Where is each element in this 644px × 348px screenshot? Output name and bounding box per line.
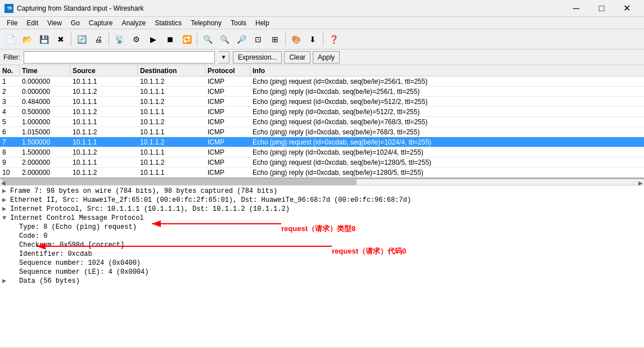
table-row[interactable]: 40.50000010.1.1.210.1.1.1ICMPEcho (ping)…	[0, 107, 644, 117]
apply-button[interactable]: Apply	[313, 51, 340, 64]
packet-cell-3: 10.1.1.2	[138, 159, 205, 166]
packet-cell-3: 10.1.1.2	[138, 118, 205, 126]
h-scrollbar[interactable]: ▶ ◀	[0, 179, 644, 186]
packet-cell-0: 9	[0, 159, 20, 166]
packet-cell-2: 10.1.1.2	[70, 88, 138, 96]
expand-icon[interactable]: ▶	[2, 196, 10, 205]
toolbar-print[interactable]: 🖨	[91, 31, 106, 47]
table-row[interactable]: 92.00000010.1.1.110.1.1.2ICMPEcho (ping)…	[0, 157, 644, 168]
filter-input[interactable]	[24, 51, 215, 64]
expand-icon[interactable]: ▶	[2, 187, 10, 196]
toolbar-zoom-out[interactable]: 🔎	[233, 31, 249, 47]
table-row[interactable]: 51.00000010.1.1.110.1.1.2ICMPEcho (ping)…	[0, 117, 644, 127]
minimize-button[interactable]: ─	[564, 0, 589, 17]
menu-edit[interactable]: Edit	[22, 17, 43, 29]
main-content: No. Time Source Destination Protocol Inf…	[0, 65, 644, 348]
table-row[interactable]: 102.00000010.1.1.210.1.1.1ICMPEcho (ping…	[0, 168, 644, 178]
toolbar-stop-capture[interactable]: ⏹	[162, 31, 178, 47]
col-info[interactable]: Info	[250, 65, 644, 76]
toolbar-start-capture[interactable]: ▶	[145, 31, 161, 47]
packet-cell-0: 2	[0, 88, 20, 96]
expand-icon[interactable]: ▶	[2, 277, 10, 286]
packet-rows: 10.00000010.1.1.110.1.1.2ICMPEcho (ping)…	[0, 76, 644, 178]
toolbar-zoom-normal[interactable]: ⊡	[250, 31, 266, 47]
packet-cell-3: 10.1.1.1	[138, 108, 205, 116]
menu-help[interactable]: Help	[251, 17, 274, 29]
packet-cell-1: 2.000000	[20, 159, 70, 166]
toolbar-reload[interactable]: 🔄	[74, 31, 89, 47]
packet-cell-5: Echo (ping) reply (id=0xcdab, seq(be/le)…	[250, 88, 644, 96]
toolbar-new[interactable]: 📄	[2, 31, 18, 47]
list-item[interactable]: Checksum: 0x598d [correct]	[0, 241, 644, 250]
expression-button[interactable]: Expression...	[233, 51, 282, 64]
list-item[interactable]: ▶Ethernet II, Src: HuaweiTe_2f:65:01 (00…	[0, 196, 644, 205]
menu-view[interactable]: View	[43, 17, 66, 29]
list-item[interactable]: Sequence number (LE): 4 (0x0004)	[0, 268, 644, 277]
packet-cell-4: ICMP	[205, 169, 250, 177]
list-item[interactable]: ▶Internet Protocol, Src: 10.1.1.1 (10.1.…	[0, 205, 644, 214]
toolbar-restart-capture[interactable]: 🔁	[179, 31, 195, 47]
col-no[interactable]: No.	[0, 65, 20, 76]
filter-label: Filter:	[3, 53, 20, 61]
detail-row-text: Identifier: 0xcdab	[19, 250, 642, 259]
toolbar-save[interactable]: 💾	[36, 31, 52, 47]
toolbar-resize-columns[interactable]: ⊞	[267, 31, 283, 47]
toolbar-sep3	[197, 33, 197, 46]
col-protocol[interactable]: Protocol	[205, 65, 250, 76]
list-item[interactable]: Code: 0	[0, 232, 644, 241]
packet-cell-4: ICMP	[205, 128, 250, 136]
table-row[interactable]: 10.00000010.1.1.110.1.1.2ICMPEcho (ping)…	[0, 76, 644, 87]
packet-cell-4: ICMP	[205, 148, 250, 156]
packet-cell-1: 0.000000	[20, 78, 70, 85]
list-item[interactable]: ▶Data (56 bytes)	[0, 277, 644, 286]
toolbar-capture-options[interactable]: ⚙	[128, 31, 144, 47]
toolbar-help[interactable]: ❓	[326, 31, 341, 47]
packet-cell-3: 10.1.1.1	[138, 169, 205, 177]
packet-cell-5: Echo (ping) reply (id=0xcdab, seq(be/le)…	[250, 128, 644, 136]
list-item[interactable]: ▼Internet Control Message Protocol	[0, 214, 644, 223]
menu-analyze[interactable]: Analyze	[118, 17, 151, 29]
table-row[interactable]: 61.01500010.1.1.210.1.1.1ICMPEcho (ping)…	[0, 127, 644, 137]
list-item[interactable]: Sequence number: 1024 (0x0400)	[0, 259, 644, 268]
packet-cell-0: 7	[0, 138, 20, 146]
packet-cell-5: Echo (ping) reply (id=0xcdab, seq(be/le)…	[250, 169, 644, 177]
expand-icon[interactable]: ▼	[2, 214, 10, 223]
toolbar-close[interactable]: ✖	[53, 31, 69, 47]
col-source[interactable]: Source	[70, 65, 138, 76]
toolbar-sep5	[323, 33, 323, 46]
packet-cell-2: 10.1.1.2	[70, 169, 138, 177]
maximize-button[interactable]: □	[589, 0, 614, 17]
clear-button[interactable]: Clear	[284, 51, 310, 64]
toolbar-open[interactable]: 📂	[19, 31, 35, 47]
menu-telephony[interactable]: Telephony	[186, 17, 226, 29]
list-item[interactable]: Type: 8 (Echo (ping) request)	[0, 223, 644, 232]
packet-cell-5: Echo (ping) request (id=0xcdab, seq(be/l…	[250, 138, 644, 146]
detail-row-text: Code: 0	[19, 232, 642, 241]
expand-icon[interactable]: ▶	[2, 205, 10, 214]
table-row[interactable]: 71.50000010.1.1.110.1.1.2ICMPEcho (ping)…	[0, 137, 644, 147]
col-destination[interactable]: Destination	[138, 65, 205, 76]
menu-statistics[interactable]: Statistics	[150, 17, 186, 29]
toolbar-colorize[interactable]: 🎨	[288, 31, 304, 47]
col-time[interactable]: Time	[20, 65, 70, 76]
close-button[interactable]: ✕	[614, 0, 640, 17]
toolbar: 📄 📂 💾 ✖ 🔄 🖨 📡 ⚙ ▶ ⏹ 🔁 🔍 🔍 🔎 ⊡ ⊞ 🎨 ⬇ ❓	[0, 29, 644, 49]
detail-row-text: Frame 7: 98 bytes on wire (784 bits), 98…	[10, 187, 642, 196]
table-row[interactable]: 30.48400010.1.1.110.1.1.2ICMPEcho (ping)…	[0, 97, 644, 107]
toolbar-capture-interfaces[interactable]: 📡	[111, 31, 127, 47]
list-item[interactable]: Identifier: 0xcdab	[0, 250, 644, 259]
toolbar-filter-input[interactable]: 🔍	[200, 31, 215, 47]
h-scrollbar-thumb[interactable]	[2, 179, 357, 185]
toolbar-zoom-in[interactable]: 🔍	[217, 31, 232, 47]
menu-file[interactable]: File	[2, 17, 22, 29]
packet-cell-3: 10.1.1.2	[138, 138, 205, 146]
menu-tools[interactable]: Tools	[226, 17, 251, 29]
menu-go[interactable]: Go	[66, 17, 84, 29]
table-row[interactable]: 20.00000010.1.1.210.1.1.1ICMPEcho (ping)…	[0, 87, 644, 97]
packet-cell-2: 10.1.1.1	[70, 98, 138, 106]
menu-capture[interactable]: Capture	[84, 17, 118, 29]
table-row[interactable]: 81.50000010.1.1.210.1.1.1ICMPEcho (ping)…	[0, 147, 644, 157]
filter-dropdown-button[interactable]: ▼	[218, 51, 229, 64]
list-item[interactable]: ▶Frame 7: 98 bytes on wire (784 bits), 9…	[0, 187, 644, 196]
toolbar-auto-scroll[interactable]: ⬇	[305, 31, 321, 47]
